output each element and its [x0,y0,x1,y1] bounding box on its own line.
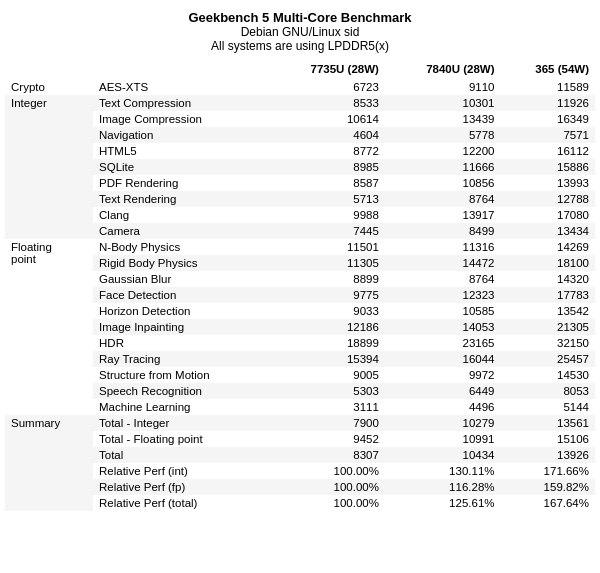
value-cell-3: 14269 [501,239,595,255]
value-cell-1: 9452 [269,431,385,447]
value-cell-2: 6449 [385,383,501,399]
value-cell-1: 9775 [269,287,385,303]
table-row: Image Compression106141343916349 [5,111,595,127]
value-cell-3: 16349 [501,111,595,127]
benchmark-table: 7735U (28W) 7840U (28W) 365 (54W) Crypto… [5,61,595,511]
value-cell-1: 100.00% [269,479,385,495]
value-cell-3: 18100 [501,255,595,271]
value-cell-1: 9988 [269,207,385,223]
value-cell-3: 11926 [501,95,595,111]
col-header-2: 7840U (28W) [385,61,501,79]
value-cell-3: 32150 [501,335,595,351]
label-cell: Text Rendering [93,191,269,207]
label-cell: PDF Rendering [93,175,269,191]
value-cell-3: 14320 [501,271,595,287]
value-cell-1: 8307 [269,447,385,463]
label-cell: Machine Learning [93,399,269,415]
table-row: SQLite89851166615886 [5,159,595,175]
table-row: Image Inpainting121861405321305 [5,319,595,335]
table-row: Total83071043413926 [5,447,595,463]
value-cell-1: 100.00% [269,463,385,479]
value-cell-3: 21305 [501,319,595,335]
label-cell: Rigid Body Physics [93,255,269,271]
value-cell-1: 3111 [269,399,385,415]
table-row: Relative Perf (fp)100.00%116.28%159.82% [5,479,595,495]
label-cell: Total - Integer [93,415,269,431]
table-row: Navigation460457787571 [5,127,595,143]
table-row: Rigid Body Physics113051447218100 [5,255,595,271]
table-row: Total - Floating point94521099115106 [5,431,595,447]
value-cell-1: 9005 [269,367,385,383]
table-row: HTML587721220016112 [5,143,595,159]
label-cell: Ray Tracing [93,351,269,367]
value-cell-2: 9972 [385,367,501,383]
value-cell-2: 10856 [385,175,501,191]
label-cell: Gaussian Blur [93,271,269,287]
value-cell-1: 18899 [269,335,385,351]
value-cell-3: 14530 [501,367,595,383]
value-cell-3: 15106 [501,431,595,447]
value-cell-2: 12323 [385,287,501,303]
value-cell-1: 12186 [269,319,385,335]
value-cell-3: 25457 [501,351,595,367]
value-cell-2: 11316 [385,239,501,255]
value-cell-2: 4496 [385,399,501,415]
value-cell-3: 12788 [501,191,595,207]
page-header: Geekbench 5 Multi-Core Benchmark Debian … [5,10,595,53]
category-cell: Crypto [5,79,93,95]
label-cell: Navigation [93,127,269,143]
value-cell-3: 159.82% [501,479,595,495]
value-cell-1: 7445 [269,223,385,239]
value-cell-1: 11305 [269,255,385,271]
label-cell: Horizon Detection [93,303,269,319]
table-row: Face Detection97751232317783 [5,287,595,303]
label-cell: Total [93,447,269,463]
value-cell-1: 8899 [269,271,385,287]
value-cell-1: 4604 [269,127,385,143]
header-title: Geekbench 5 Multi-Core Benchmark [5,10,595,25]
value-cell-2: 13439 [385,111,501,127]
value-cell-2: 8764 [385,271,501,287]
value-cell-1: 8985 [269,159,385,175]
value-cell-3: 13993 [501,175,595,191]
col-header-3: 365 (54W) [501,61,595,79]
label-cell: Structure from Motion [93,367,269,383]
value-cell-3: 8053 [501,383,595,399]
value-cell-2: 16044 [385,351,501,367]
label-cell: Relative Perf (int) [93,463,269,479]
category-cell: Floatingpoint [5,239,93,415]
value-cell-3: 13434 [501,223,595,239]
value-cell-2: 14053 [385,319,501,335]
label-cell: Camera [93,223,269,239]
value-cell-2: 11666 [385,159,501,175]
category-cell: Integer [5,95,93,239]
table-row: Speech Recognition530364498053 [5,383,595,399]
value-cell-3: 13926 [501,447,595,463]
value-cell-3: 171.66% [501,463,595,479]
table-row: Clang99881391717080 [5,207,595,223]
label-cell: Text Compression [93,95,269,111]
value-cell-1: 100.00% [269,495,385,511]
value-cell-2: 23165 [385,335,501,351]
value-cell-1: 10614 [269,111,385,127]
value-cell-1: 15394 [269,351,385,367]
value-cell-2: 5778 [385,127,501,143]
label-cell: HDR [93,335,269,351]
label-cell: Total - Floating point [93,431,269,447]
value-cell-3: 13542 [501,303,595,319]
value-cell-1: 11501 [269,239,385,255]
value-cell-2: 13917 [385,207,501,223]
value-cell-2: 125.61% [385,495,501,511]
table-row: Text Rendering5713876412788 [5,191,595,207]
value-cell-1: 8772 [269,143,385,159]
table-row: HDR188992316532150 [5,335,595,351]
value-cell-2: 116.28% [385,479,501,495]
category-cell: Summary [5,415,93,511]
table-row: CryptoAES-XTS6723911011589 [5,79,595,95]
table-row: FloatingpointN-Body Physics1150111316142… [5,239,595,255]
table-row: Gaussian Blur8899876414320 [5,271,595,287]
table-row: Machine Learning311144965144 [5,399,595,415]
label-cell: N-Body Physics [93,239,269,255]
label-cell: Relative Perf (total) [93,495,269,511]
value-cell-3: 17783 [501,287,595,303]
